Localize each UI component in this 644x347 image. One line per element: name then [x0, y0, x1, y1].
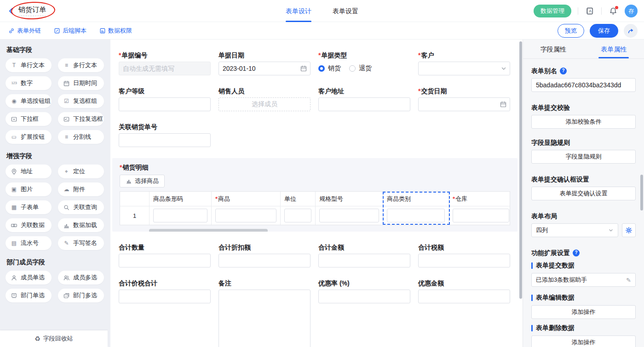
sidebar-item-relation-query[interactable]: 关联查询: [58, 200, 104, 214]
field-total-with-tax[interactable]: 合计价税合计: [119, 279, 211, 347]
cell-input[interactable]: [319, 209, 379, 222]
discount-amount-input[interactable]: [418, 290, 510, 303]
select-product-button[interactable]: 选择商品: [120, 175, 165, 188]
sidebar-item-relation-data[interactable]: 关联数据: [6, 218, 52, 232]
sidebar-item-checkbox-group[interactable]: ☑复选框组: [58, 94, 104, 108]
tab-form-settings[interactable]: 表单设置: [333, 0, 358, 22]
help-icon[interactable]: ?: [560, 68, 567, 74]
backend-script-link[interactable]: 后端脚本: [54, 27, 86, 35]
sidebar-item-location[interactable]: ⌖定位: [58, 165, 104, 178]
field-order-type[interactable]: *单据类型 销货 退货: [318, 51, 410, 75]
order-date-input[interactable]: [218, 62, 310, 75]
sidebar-item-dept-single[interactable]: 部门单选: [6, 289, 52, 302]
field-total-qty[interactable]: 合计数量: [119, 243, 211, 267]
submit-confirm-button[interactable]: 表单提交确认设置: [531, 187, 636, 200]
cell-spec[interactable]: [316, 206, 383, 225]
customer-level-input[interactable]: [119, 97, 211, 111]
sidebar-item-dept-multi[interactable]: 部门多选: [58, 289, 104, 302]
cell-unit[interactable]: [281, 206, 316, 225]
sidebar-item-subform[interactable]: ▦子表单: [6, 200, 52, 214]
total-with-tax-input[interactable]: [119, 290, 211, 303]
horizontal-scrollbar-thumb[interactable]: [149, 229, 268, 232]
sidebar-item-extend-button[interactable]: ▭扩展按钮: [6, 130, 52, 144]
field-remark[interactable]: 备注: [218, 279, 310, 347]
notifications-button[interactable]: [608, 6, 618, 16]
layout-select[interactable]: 四列: [531, 223, 618, 237]
sidebar-item-member-multi[interactable]: 成员多选: [58, 271, 104, 284]
column-header-product[interactable]: *商品: [212, 192, 281, 206]
field-order-no[interactable]: *单据编号: [119, 51, 211, 75]
sidebar-item-attachment[interactable]: ☁附件: [58, 182, 104, 196]
field-discount-amount[interactable]: 优惠金额: [418, 279, 510, 347]
discount-rate-input[interactable]: [318, 290, 410, 303]
cell-input[interactable]: [153, 209, 207, 222]
sidebar-item-radio-group[interactable]: ◉单选按钮组: [6, 94, 52, 108]
layout-gear-button[interactable]: [622, 223, 636, 237]
order-no-input[interactable]: [119, 62, 211, 75]
field-recycle-bin[interactable]: ♻ 字段回收站: [0, 330, 108, 347]
field-customer-address[interactable]: 客户地址: [318, 86, 410, 111]
sidebar-item-address[interactable]: 地址: [6, 165, 52, 178]
field-total-discount[interactable]: 合计折扣额: [218, 243, 310, 267]
remark-textarea[interactable]: [218, 290, 310, 347]
field-sales-person[interactable]: 销售人员 选择成员: [218, 86, 310, 111]
dictionary-button[interactable]: A: [585, 6, 595, 16]
tab-field-properties[interactable]: 字段属性: [523, 40, 584, 58]
main-vertical-scrollbar-thumb[interactable]: [519, 41, 522, 299]
related-order-no-input[interactable]: [119, 133, 211, 147]
cell-input[interactable]: [215, 209, 276, 222]
field-related-order-no[interactable]: 关联销货单号: [119, 122, 211, 147]
sidebar-item-serial-number[interactable]: ▤流水号: [6, 236, 52, 250]
save-button[interactable]: 保存: [590, 24, 618, 38]
sidebar-item-multi-line-text[interactable]: ≡多行文本: [58, 58, 104, 72]
sidebar-item-multi-select[interactable]: 下拉复选框: [58, 112, 104, 126]
column-header-barcode[interactable]: 商品条形码: [150, 192, 212, 206]
data-permission-link[interactable]: 数据权限: [99, 27, 132, 35]
field-discount-rate[interactable]: 优惠率 (%): [318, 279, 410, 347]
sidebar-item-data-load[interactable]: 数据加载: [58, 218, 104, 232]
field-customer[interactable]: *客户: [418, 51, 510, 75]
total-tax-input[interactable]: [418, 254, 510, 267]
radio-sale[interactable]: 销货: [318, 64, 341, 73]
cell-category[interactable]: [383, 206, 449, 225]
column-header-category[interactable]: 商品类别: [383, 192, 449, 206]
preview-button[interactable]: 预览: [558, 24, 584, 38]
sidebar-item-member-single[interactable]: 成员单选: [6, 271, 52, 284]
column-header-warehouse[interactable]: *仓库: [449, 192, 510, 206]
field-total-amount[interactable]: 合计金额: [318, 243, 410, 267]
back-button[interactable]: [6, 6, 16, 16]
column-header-unit[interactable]: 单位: [281, 192, 316, 206]
share-button[interactable]: [624, 24, 638, 38]
delivery-date-input[interactable]: [418, 97, 510, 111]
cell-input[interactable]: [284, 209, 311, 222]
field-total-tax[interactable]: 合计税额: [418, 243, 510, 267]
tab-form-properties[interactable]: 表单属性: [584, 40, 644, 58]
field-delivery-date[interactable]: *交货日期: [418, 86, 510, 111]
radio-return[interactable]: 退货: [349, 64, 372, 73]
form-external-link[interactable]: 表单外链: [8, 27, 41, 35]
help-icon[interactable]: ?: [573, 250, 580, 256]
add-edit-action-button[interactable]: 添加操作: [531, 305, 636, 319]
total-amount-input[interactable]: [318, 254, 410, 267]
tab-form-design[interactable]: 表单设计: [286, 0, 311, 22]
total-discount-input[interactable]: [218, 254, 310, 267]
visibility-rules-button[interactable]: 字段显隐规则: [531, 150, 636, 164]
sidebar-item-image[interactable]: ▣图片: [6, 182, 52, 196]
panel-vertical-scrollbar-thumb[interactable]: [640, 175, 643, 210]
submit-data-box[interactable]: 已添加3条数据助手 ✎: [531, 273, 636, 287]
select-member-button[interactable]: 选择成员: [218, 97, 310, 111]
data-manage-button[interactable]: 数据管理: [534, 5, 571, 17]
add-delete-action-button[interactable]: 添加操作: [531, 336, 636, 347]
sidebar-item-datetime[interactable]: 日期时间: [58, 76, 104, 90]
form-alias-input[interactable]: 5badadac667c8034ba2343dd: [531, 78, 636, 92]
sidebar-item-single-line-text[interactable]: T单行文本: [6, 58, 52, 72]
field-order-date[interactable]: 单据日期: [218, 51, 310, 75]
cell-input[interactable]: [387, 209, 445, 222]
column-header-index[interactable]: [120, 192, 150, 206]
sidebar-item-number[interactable]: 123数字: [6, 76, 52, 90]
customer-address-input[interactable]: [318, 97, 410, 111]
edit-icon[interactable]: ✎: [626, 277, 631, 284]
field-customer-level[interactable]: 客户等级: [119, 86, 211, 111]
column-header-spec[interactable]: 规格型号: [316, 192, 383, 206]
sidebar-item-select[interactable]: 下拉框: [6, 112, 52, 126]
